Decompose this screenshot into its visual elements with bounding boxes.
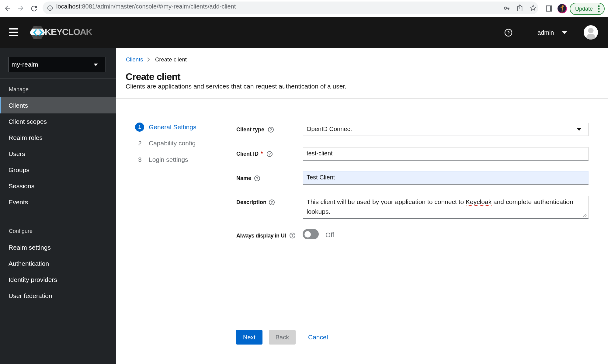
svg-text:?: ? bbox=[507, 30, 510, 35]
